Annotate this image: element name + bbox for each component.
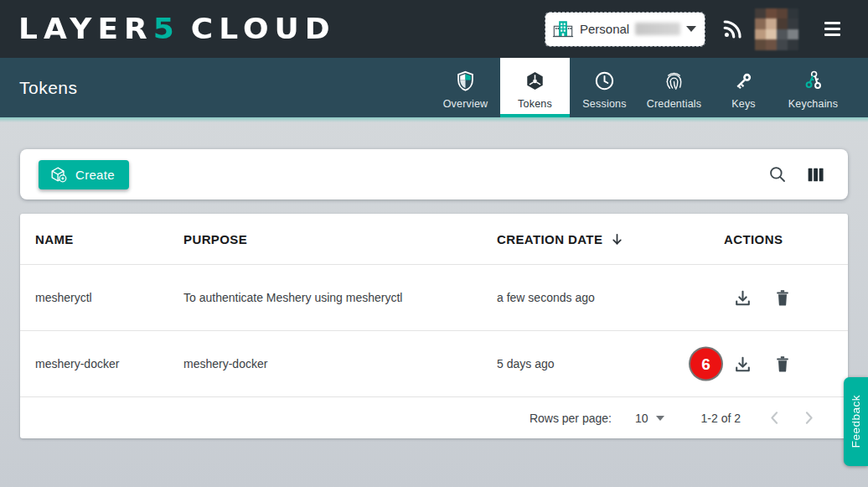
tab-label: Keychains	[788, 98, 838, 110]
cell-purpose: meshery-docker	[183, 357, 497, 370]
tab-label: Tokens	[518, 98, 552, 110]
caret-down-icon	[656, 416, 664, 421]
main-content: Create	[0, 117, 868, 487]
key-icon	[732, 70, 755, 92]
column-header-label: CREATION DATE	[497, 232, 602, 246]
delete-token-button[interactable]	[771, 286, 794, 309]
sort-descending-icon	[609, 231, 625, 247]
create-cube-plus-icon	[49, 165, 68, 184]
feedback-label: Feedback	[850, 395, 862, 448]
logo-text-layer: LAYER	[18, 13, 153, 45]
table-row-mesheryctl: mesheryctl To authenticate Meshery using…	[20, 265, 848, 331]
org-switcher[interactable]: Personal	[545, 13, 705, 46]
rows-per-page-value: 10	[635, 412, 648, 425]
avatar[interactable]	[755, 8, 798, 50]
logo-text-5: 5	[153, 13, 180, 45]
download-token-button[interactable]	[731, 286, 755, 310]
subnav: Tokens Overview	[0, 58, 868, 117]
caret-down-icon	[686, 26, 696, 32]
clock-icon	[593, 70, 616, 92]
table-header-row: NAME PURPOSE CREATION DATE ACTIONS	[20, 214, 848, 265]
column-header-actions: ACTIONS	[724, 232, 848, 246]
rows-per-page-label: Rows per page:	[530, 412, 612, 425]
logo-text-cloud: CLOUD	[191, 13, 336, 45]
cell-creation-date: a few seconds ago	[497, 291, 705, 304]
pagination-range: 1-2 of 2	[701, 412, 741, 425]
cell-creation-date: 5 days ago	[497, 357, 705, 370]
column-header-purpose[interactable]: PURPOSE	[183, 232, 497, 246]
organization-building-icon	[552, 18, 574, 40]
create-button-label: Create	[75, 168, 115, 182]
token-cube-icon	[524, 70, 546, 92]
fingerprint-icon	[663, 70, 685, 92]
tab-credentials[interactable]: Credentials	[639, 58, 709, 117]
tab-label: Keys	[731, 98, 756, 110]
feedback-button[interactable]: Feedback	[844, 377, 868, 466]
tokens-table: NAME PURPOSE CREATION DATE ACTIONS meshe…	[20, 214, 848, 438]
layer5-cloud-logo[interactable]: LAYER5CLOUD	[18, 13, 336, 45]
view-columns-icon[interactable]	[803, 163, 828, 187]
create-token-button[interactable]: Create	[39, 160, 129, 189]
rows-per-page-select[interactable]: 10	[630, 411, 669, 426]
cell-purpose: To authenticate Meshery using mesheryctl	[183, 291, 497, 304]
table-pagination: Rows per page: 10 1-2 of 2	[20, 397, 848, 438]
delete-token-button[interactable]	[771, 352, 794, 376]
menu-icon[interactable]	[824, 22, 840, 36]
toolbar-icons	[765, 162, 828, 187]
tab-bar: Overview Tokens	[431, 58, 848, 117]
table-toolbar: Create	[20, 149, 848, 199]
tab-sessions[interactable]: Sessions	[570, 58, 639, 117]
tab-keychains[interactable]: Keychains	[778, 58, 848, 117]
annotation-marker-6: 6	[690, 349, 721, 380]
org-switcher-label: Personal	[580, 22, 629, 36]
shield-icon	[454, 70, 477, 92]
keychain-icon	[802, 70, 824, 92]
cell-actions	[731, 352, 848, 376]
cell-actions	[731, 286, 848, 310]
page: LAYER5CLOUD	[0, 0, 868, 487]
search-icon[interactable]	[765, 162, 790, 187]
subnav-glow-divider	[0, 117, 868, 122]
rss-feed-icon[interactable]	[721, 18, 744, 39]
column-header-name[interactable]: NAME	[35, 232, 183, 246]
tab-overview[interactable]: Overview	[431, 58, 500, 117]
page-title: Tokens	[19, 78, 78, 98]
topbar: LAYER5CLOUD	[0, 0, 868, 58]
next-page-button[interactable]	[798, 407, 819, 428]
column-header-creation-date[interactable]: CREATION DATE	[497, 231, 705, 247]
previous-page-button[interactable]	[764, 407, 785, 428]
cell-name: meshery-docker	[35, 357, 183, 370]
tab-label: Credentials	[647, 98, 701, 110]
cell-name: mesheryctl	[35, 291, 183, 304]
tab-tokens[interactable]: Tokens	[500, 58, 570, 117]
tab-label: Overview	[443, 98, 488, 110]
redacted-org-name	[635, 23, 680, 35]
topbar-right: Personal	[545, 8, 868, 50]
tab-label: Sessions	[582, 98, 626, 110]
download-token-button[interactable]	[731, 352, 755, 376]
table-row-meshery-docker: meshery-docker meshery-docker 5 days ago	[20, 331, 848, 397]
tab-keys[interactable]: Keys	[709, 58, 778, 117]
